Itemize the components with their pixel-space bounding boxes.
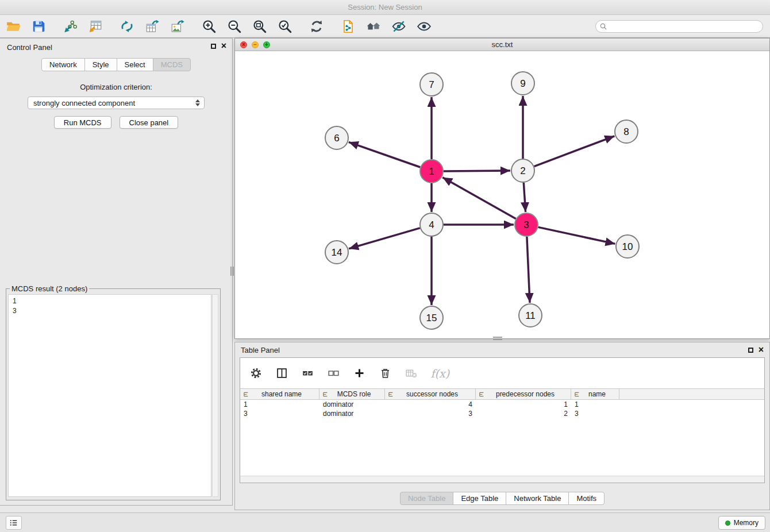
mcds-result-box: MCDS result (2 nodes) 13 <box>6 284 221 500</box>
maximize-window-icon[interactable]: + <box>263 41 270 48</box>
svg-text:1: 1 <box>429 166 434 177</box>
table-cell: 3 <box>571 410 619 418</box>
edge-2-8[interactable] <box>534 136 615 167</box>
tab-mcds[interactable]: MCDS <box>153 58 191 71</box>
clone-network-button[interactable] <box>340 18 357 35</box>
import-table-button[interactable] <box>87 18 104 35</box>
toolbar-search <box>595 20 763 33</box>
run-mcds-button[interactable]: Run MCDS <box>54 116 111 129</box>
gear-button[interactable] <box>248 366 263 381</box>
table-row[interactable]: 3dominator323 <box>240 409 764 418</box>
column-tree-icon <box>574 391 580 398</box>
network-overview-button[interactable] <box>365 18 382 35</box>
table-header-row: shared nameMCDS rolesuccessor nodesprede… <box>240 388 764 400</box>
control-panel-tabs: NetworkStyleSelectMCDS <box>0 58 232 71</box>
float-table-panel-icon[interactable] <box>748 348 753 353</box>
column-header-name[interactable]: name <box>571 389 619 399</box>
column-header-label: shared name <box>250 390 319 398</box>
edge-1-6[interactable] <box>349 142 420 167</box>
edge-4-14[interactable] <box>349 228 420 249</box>
column-header-MCDS-role[interactable]: MCDS role <box>319 389 385 399</box>
node-9[interactable]: 9 <box>511 72 534 95</box>
close-window-icon[interactable]: × <box>240 41 247 48</box>
add-row-button[interactable] <box>352 366 367 381</box>
style-preview-button[interactable] <box>390 18 407 35</box>
vertical-splitter-grip[interactable] <box>230 267 234 276</box>
toolbar-groups <box>5 18 447 35</box>
close-panel-icon[interactable]: × <box>221 43 226 49</box>
zoom-selected-button[interactable] <box>276 18 294 35</box>
column-header-label: successor nodes <box>395 390 475 398</box>
edge-3-11[interactable] <box>527 237 530 303</box>
column-tree-icon <box>388 391 394 398</box>
svg-text:8: 8 <box>623 126 629 137</box>
refresh-layout-button[interactable] <box>308 18 325 35</box>
show-hide-graphics-button[interactable] <box>415 18 433 35</box>
memory-button[interactable]: Memory <box>718 516 765 530</box>
window-titlebar[interactable]: Session: New Session <box>0 0 770 15</box>
horizontal-splitter-grip[interactable] <box>493 337 502 340</box>
open-file-button[interactable] <box>5 18 22 35</box>
node-7[interactable]: 7 <box>420 73 443 96</box>
float-panel-icon[interactable] <box>211 44 216 49</box>
zoom-in-button[interactable] <box>201 18 218 35</box>
edge-2-3[interactable] <box>523 183 525 212</box>
task-history-button[interactable] <box>6 516 22 530</box>
export-network-icon <box>120 19 134 34</box>
select-all-button[interactable] <box>300 366 315 381</box>
column-header-predecessor-nodes[interactable]: predecessor nodes <box>476 389 571 399</box>
mcds-result-line: 3 <box>13 306 207 316</box>
node-6[interactable]: 6 <box>325 126 348 149</box>
tab-network-table[interactable]: Network Table <box>506 492 569 505</box>
tab-node-table[interactable]: Node Table <box>400 492 454 505</box>
criterion-select[interactable]: strongly connected component <box>28 97 205 109</box>
column-header-shared-name[interactable]: shared name <box>240 389 319 399</box>
zoom-selected-icon <box>278 19 292 34</box>
column-header-successor-nodes[interactable]: successor nodes <box>385 389 476 399</box>
export-table-button[interactable] <box>144 18 161 35</box>
node-11[interactable]: 11 <box>519 304 542 327</box>
node-2[interactable]: 2 <box>511 159 534 182</box>
columns-button[interactable] <box>274 366 289 381</box>
minimize-window-icon[interactable]: − <box>252 41 259 48</box>
edge-3-1[interactable] <box>442 178 516 219</box>
table-tabs: Node TableEdge TableNetwork TableMotifs <box>235 492 769 505</box>
close-table-panel-icon[interactable]: × <box>759 346 764 353</box>
edge-1-2[interactable] <box>444 171 510 171</box>
node-10[interactable]: 10 <box>616 235 639 258</box>
node-15[interactable]: 15 <box>420 306 443 329</box>
close-panel-button[interactable]: Close panel <box>120 116 179 129</box>
control-panel: Control Panel × NetworkStyleSelectMCDS O… <box>0 38 233 506</box>
delete-row-button[interactable] <box>378 366 392 381</box>
network-window-titlebar[interactable]: × − + scc.txt <box>235 38 769 51</box>
edge-3-10[interactable] <box>538 227 615 244</box>
column-header-label: MCDS role <box>329 390 384 398</box>
node-3[interactable]: 3 <box>515 213 538 236</box>
export-image-button[interactable] <box>169 18 186 35</box>
node-8[interactable]: 8 <box>615 120 638 143</box>
table-row[interactable]: 1dominator411 <box>240 400 764 409</box>
deselect-all-button[interactable] <box>326 366 341 381</box>
node-4[interactable]: 4 <box>420 213 443 236</box>
network-canvas[interactable]: 7968124314101511 <box>235 51 769 338</box>
save-button[interactable] <box>30 18 47 35</box>
tab-network[interactable]: Network <box>41 58 85 71</box>
search-input[interactable] <box>595 20 763 33</box>
tab-style[interactable]: Style <box>84 58 117 71</box>
zoom-out-button[interactable] <box>226 18 243 35</box>
zoom-fit-button[interactable] <box>251 18 268 35</box>
tab-edge-table[interactable]: Edge Table <box>453 492 506 505</box>
import-network-button[interactable] <box>61 18 79 35</box>
svg-text:15: 15 <box>426 313 437 323</box>
node-14[interactable]: 14 <box>325 241 348 264</box>
result-scrollbar[interactable] <box>212 294 218 497</box>
column-tree-icon <box>243 391 249 398</box>
node-1[interactable]: 1 <box>420 160 443 183</box>
export-network-button[interactable] <box>118 18 136 35</box>
table-horizontal-scrollbar[interactable] <box>240 476 764 483</box>
tab-motifs[interactable]: Motifs <box>568 492 605 505</box>
zoom-in-icon <box>202 19 217 34</box>
network-window-title: scc.txt <box>492 40 513 49</box>
tab-select[interactable]: Select <box>117 58 153 71</box>
network-overview-icon <box>366 19 381 34</box>
